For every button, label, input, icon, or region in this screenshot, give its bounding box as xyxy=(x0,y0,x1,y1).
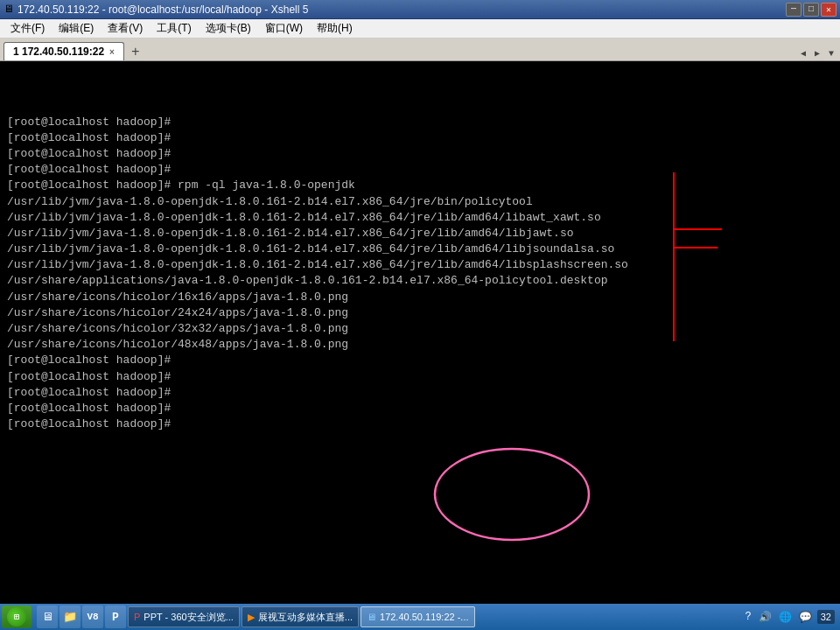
terminal[interactable]: [root@localhost hadoop]# [root@localhost… xyxy=(0,61,840,604)
terminal-line: [root@localhost hadoop]# xyxy=(7,353,833,368)
terminal-wrapper: [root@localhost hadoop]# [root@localhost… xyxy=(0,61,840,604)
start-orb: ⊞ xyxy=(7,607,26,626)
window-title: 172.40.50.119:22 - root@localhost:/usr/l… xyxy=(18,4,308,16)
terminal-line: /usr/share/applications/java-1.8.0-openj… xyxy=(7,273,833,289)
taskbar-ppt[interactable]: P PPT - 360安全浏览... xyxy=(128,606,240,627)
tab-nav-right[interactable]: ▶ xyxy=(812,48,822,59)
tab-close-icon[interactable]: × xyxy=(109,47,115,57)
terminal-line: /usr/lib/jvm/java-1.8.0-openjdk-1.8.0.16… xyxy=(7,242,833,257)
maximize-button[interactable]: □ xyxy=(803,3,819,17)
terminal-line: /usr/lib/jvm/java-1.8.0-openjdk-1.8.0.16… xyxy=(7,257,833,273)
taskbar-clock: 32 xyxy=(817,610,835,624)
menu-help[interactable]: 帮助(H) xyxy=(310,19,360,38)
terminal-line: [root@localhost hadoop]# xyxy=(7,162,833,178)
taskbar-icon-1[interactable]: 🖥 xyxy=(37,606,58,628)
taskbar-icon-2[interactable]: 📁 xyxy=(60,606,80,628)
tray-volume-icon[interactable]: 🔊 xyxy=(757,611,774,624)
close-button[interactable]: ✕ xyxy=(821,3,836,17)
new-tab-button[interactable]: + xyxy=(128,45,144,60)
taskbar-icon-3[interactable]: V8 xyxy=(82,606,103,628)
tray-chat-icon[interactable]: 💬 xyxy=(797,611,814,624)
minimize-button[interactable]: ─ xyxy=(786,3,802,17)
window-icon: 🖥 xyxy=(4,3,14,16)
tab-label: 1 172.40.50.119:22 xyxy=(13,46,104,58)
terminal-line: /usr/lib/jvm/java-1.8.0-openjdk-1.8.0.16… xyxy=(7,226,833,242)
terminal-line: /usr/share/icons/hicolor/16x16/apps/java… xyxy=(7,290,833,305)
tray-help-icon[interactable]: ? xyxy=(744,611,753,623)
tab-session-1[interactable]: 1 172.40.50.119:22 × xyxy=(4,42,124,60)
taskbar-broadcast[interactable]: ▶ 展视互动多媒体直播... xyxy=(242,606,359,627)
titlebar: 🖥 172.40.50.119:22 - root@localhost:/usr… xyxy=(0,0,840,19)
menubar: 文件(F) 编辑(E) 查看(V) 工具(T) 选项卡(B) 窗口(W) 帮助(… xyxy=(0,19,840,38)
terminal-line: [root@localhost hadoop]# rpm -ql java-1.… xyxy=(7,178,833,193)
tab-navigation: ◀ ▶ ▼ xyxy=(798,48,836,60)
terminal-line: /usr/share/icons/hicolor/48x48/apps/java… xyxy=(7,337,833,353)
terminal-line: [root@localhost hadoop]# xyxy=(7,115,833,130)
terminal-line: [root@localhost hadoop]# xyxy=(7,130,833,146)
menu-view[interactable]: 查看(V) xyxy=(101,19,150,38)
tab-nav-left[interactable]: ◀ xyxy=(798,48,808,59)
terminal-line: /usr/share/icons/hicolor/32x32/apps/java… xyxy=(7,321,833,337)
menu-edit[interactable]: 编辑(E) xyxy=(52,19,101,38)
tab-nav-dropdown[interactable]: ▼ xyxy=(826,49,836,59)
terminal-line: [root@localhost hadoop]# xyxy=(7,369,833,385)
window-controls: ─ □ ✕ xyxy=(786,3,836,17)
terminal-line: [root@localhost hadoop]# xyxy=(7,385,833,401)
menu-file[interactable]: 文件(F) xyxy=(4,19,52,38)
terminal-line: /usr/share/icons/hicolor/24x24/apps/java… xyxy=(7,305,833,321)
terminal-line: /usr/lib/jvm/java-1.8.0-openjdk-1.8.0.16… xyxy=(7,210,833,226)
taskbar: ⊞ 🖥 📁 V8 P P PPT - 360安全浏览... ▶ 展视互动多媒体直… xyxy=(0,604,840,630)
menu-tools[interactable]: 工具(T) xyxy=(150,19,198,38)
terminal-line: /usr/lib/jvm/java-1.8.0-openjdk-1.8.0.16… xyxy=(7,194,833,210)
terminal-line: [root@localhost hadoop]# xyxy=(7,146,833,162)
taskbar-xshell[interactable]: 🖥 172.40.50.119:22 -... xyxy=(360,606,475,627)
terminal-line: [root@localhost hadoop]# xyxy=(7,416,833,432)
taskbar-tray: ? 🔊 🌐 💬 32 xyxy=(744,610,838,624)
terminal-line: [root@localhost hadoop]# xyxy=(7,401,833,416)
menu-tabs[interactable]: 选项卡(B) xyxy=(199,19,258,38)
tray-network-icon[interactable]: 🌐 xyxy=(777,611,794,624)
menu-window[interactable]: 窗口(W) xyxy=(258,19,310,38)
tabbar: 1 172.40.50.119:22 × + ◀ ▶ ▼ xyxy=(0,38,840,61)
start-button[interactable]: ⊞ xyxy=(2,606,32,628)
taskbar-icon-p[interactable]: P xyxy=(105,606,126,628)
